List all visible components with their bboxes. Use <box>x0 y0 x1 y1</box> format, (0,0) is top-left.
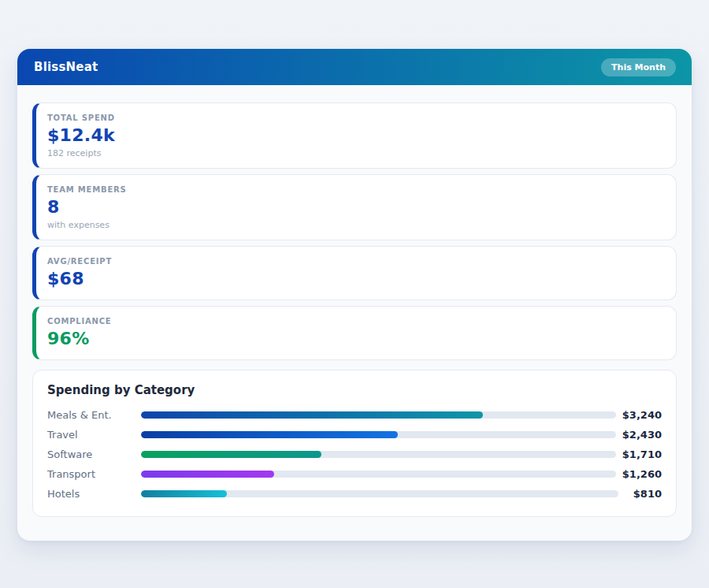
spending-rows: Meals & Ent. $3,240 Travel $2,430 Softwa… <box>47 405 662 504</box>
spending-title: Spending by Category <box>47 383 662 397</box>
stat-card: COMPLIANCE 96% <box>32 306 677 360</box>
stat-label: COMPLIANCE <box>47 316 663 327</box>
category-row: Transport $1,260 <box>47 464 662 484</box>
bar-track <box>141 471 616 478</box>
stat-subtext: 182 receipts <box>47 147 663 159</box>
category-value: $810 <box>618 488 662 500</box>
bar-fill <box>141 490 227 497</box>
stat-value: 8 <box>47 195 663 219</box>
stat-card: TEAM MEMBERS 8 with expenses <box>32 174 677 240</box>
bar-track <box>141 490 618 497</box>
bar-fill <box>141 411 483 419</box>
category-value: $3,240 <box>616 409 662 421</box>
category-label: Hotels <box>47 488 141 500</box>
category-value: $1,260 <box>616 468 662 480</box>
bar-track <box>141 431 616 438</box>
category-label: Travel <box>47 429 141 441</box>
app-header: BlissNeat This Month <box>17 49 692 85</box>
app-title: BlissNeat <box>34 60 98 74</box>
stat-card: TOTAL SPEND $12.4k 182 receipts <box>32 102 677 169</box>
spending-card: Spending by Category Meals & Ent. $3,240… <box>32 370 677 517</box>
category-row: Travel $2,430 <box>47 425 662 445</box>
period-badge[interactable]: This Month <box>601 58 676 76</box>
bar-track <box>141 411 616 419</box>
stat-label: AVG/RECEIPT <box>47 256 663 267</box>
dashboard-panel: BlissNeat This Month TOTAL SPEND $12.4k … <box>17 49 692 541</box>
bar-fill <box>141 431 398 438</box>
bar-fill <box>141 451 321 458</box>
category-label: Software <box>47 448 141 460</box>
category-row: Hotels $810 <box>47 484 662 504</box>
category-value: $2,430 <box>616 429 662 441</box>
panel-content: TOTAL SPEND $12.4k 182 receipts TEAM MEM… <box>17 85 692 517</box>
stats-container: TOTAL SPEND $12.4k 182 receipts TEAM MEM… <box>32 102 677 360</box>
stat-subtext: with expenses <box>47 219 663 231</box>
stat-value: 96% <box>47 327 663 351</box>
category-row: Meals & Ent. $3,240 <box>47 405 662 425</box>
category-label: Transport <box>47 468 141 480</box>
category-row: Software $1,710 <box>47 445 662 464</box>
bar-fill <box>141 471 274 478</box>
stat-label: TEAM MEMBERS <box>47 184 663 195</box>
stat-value: $12.4k <box>47 124 663 147</box>
category-label: Meals & Ent. <box>47 409 141 421</box>
stat-label: TOTAL SPEND <box>47 113 663 124</box>
category-value: $1,710 <box>616 448 662 460</box>
stat-card: AVG/RECEIPT $68 <box>32 246 677 300</box>
stat-value: $68 <box>47 267 663 291</box>
bar-track <box>141 451 616 458</box>
